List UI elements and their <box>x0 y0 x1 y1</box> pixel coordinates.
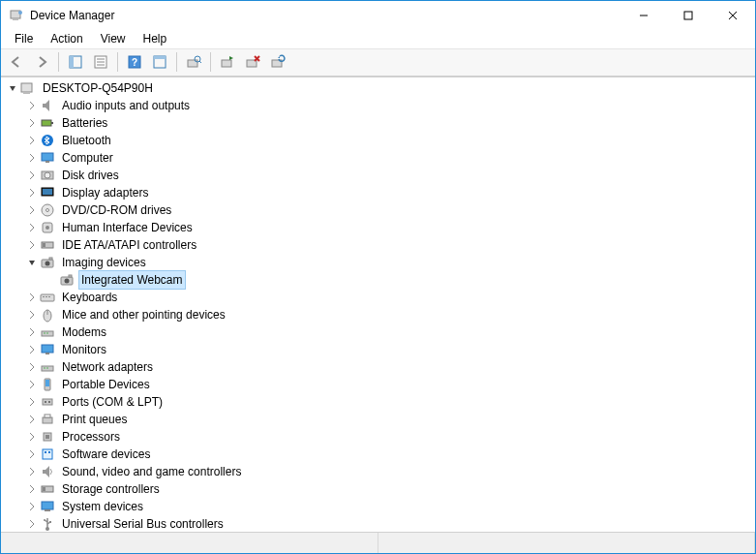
minimize-button[interactable] <box>621 1 666 30</box>
tree-device[interactable]: Integrated Webcam <box>1 271 755 289</box>
tree-category[interactable]: Computer <box>1 149 755 167</box>
tree-category[interactable]: Software devices <box>1 446 755 463</box>
expand-icon[interactable] <box>24 412 40 427</box>
titlebar[interactable]: Device Manager <box>1 1 755 30</box>
svg-rect-30 <box>42 153 53 161</box>
tree-category[interactable]: IDE ATA/ATAPI controllers <box>1 236 755 254</box>
expand-icon[interactable] <box>24 359 40 375</box>
svg-rect-51 <box>48 296 50 297</box>
update-driver-button[interactable] <box>182 50 205 74</box>
svg-point-29 <box>42 135 53 146</box>
expand-icon[interactable] <box>24 220 40 235</box>
app-icon <box>9 8 24 23</box>
expand-icon[interactable] <box>24 429 40 445</box>
expand-icon[interactable] <box>24 394 40 410</box>
tree-category[interactable]: Modems <box>1 323 755 341</box>
expand-icon[interactable] <box>24 446 40 462</box>
tree-category[interactable]: Bluetooth <box>1 132 755 149</box>
tree-root[interactable]: DESKTOP-Q54P90H <box>1 79 755 97</box>
imaging-icon <box>40 255 55 270</box>
tree-category[interactable]: Mice and other pointing devices <box>1 306 755 323</box>
tree-category[interactable]: Sound, video and game controllers <box>1 463 755 480</box>
menu-view[interactable]: View <box>93 30 134 47</box>
expand-icon[interactable] <box>24 290 40 305</box>
tree-category[interactable]: DVD/CD-ROM drives <box>1 201 755 219</box>
scan-hardware-button[interactable] <box>266 50 289 74</box>
expand-icon[interactable] <box>24 499 40 514</box>
expand-icon[interactable] <box>44 272 59 288</box>
expand-icon[interactable] <box>24 255 40 270</box>
tree-item-label: Human Interface Devices <box>59 219 196 236</box>
expand-icon[interactable] <box>24 133 40 148</box>
svg-rect-1 <box>13 18 18 20</box>
help-button[interactable]: ? <box>123 50 146 74</box>
properties-button[interactable] <box>89 50 112 74</box>
expand-icon[interactable] <box>24 150 40 166</box>
toolbar: ? <box>1 49 755 77</box>
tree-category[interactable]: Ports (COM & LPT) <box>1 393 755 411</box>
audio-icon <box>40 98 55 113</box>
expand-icon[interactable] <box>24 98 40 113</box>
menu-help[interactable]: Help <box>136 30 175 47</box>
back-button[interactable] <box>5 50 28 74</box>
menu-file[interactable]: File <box>7 30 41 47</box>
expand-icon[interactable] <box>24 115 40 131</box>
expand-icon[interactable] <box>24 464 40 479</box>
svg-rect-57 <box>42 345 53 353</box>
menubar: File Action View Help <box>1 30 755 49</box>
tree-item-label: Mice and other pointing devices <box>59 306 228 323</box>
expand-icon[interactable] <box>24 377 40 392</box>
expand-icon[interactable] <box>24 185 40 200</box>
expand-icon[interactable] <box>24 516 40 532</box>
software-icon <box>40 446 55 462</box>
action-2-button[interactable] <box>148 50 171 74</box>
enable-device-button[interactable] <box>216 50 239 74</box>
tree-category[interactable]: Storage controllers <box>1 480 755 498</box>
expand-icon[interactable] <box>24 324 40 340</box>
forward-button[interactable] <box>30 50 53 74</box>
expand-icon[interactable] <box>24 481 40 497</box>
tree-category[interactable]: Processors <box>1 428 755 446</box>
display-icon <box>40 185 55 200</box>
root-icon <box>20 80 36 96</box>
tree-category[interactable]: Portable Devices <box>1 376 755 393</box>
network-icon <box>40 359 55 375</box>
tree-item-label: DESKTOP-Q54P90H <box>40 79 156 97</box>
svg-rect-70 <box>45 435 49 439</box>
menu-action[interactable]: Action <box>43 30 90 47</box>
bluetooth-icon <box>40 133 55 148</box>
expand-icon[interactable] <box>24 342 40 357</box>
tree-category[interactable]: System devices <box>1 498 755 515</box>
svg-rect-71 <box>43 449 52 459</box>
tree-category[interactable]: Universal Serial Bus controllers <box>1 515 755 532</box>
tree-category[interactable]: Audio inputs and outputs <box>1 97 755 114</box>
tree-category[interactable]: Imaging devices <box>1 254 755 271</box>
tree-item-label: Processors <box>59 428 123 446</box>
expand-icon[interactable] <box>24 202 40 218</box>
tree-category[interactable]: Batteries <box>1 114 755 132</box>
tree-category[interactable]: Keyboards <box>1 289 755 306</box>
expand-icon[interactable] <box>24 307 40 323</box>
uninstall-device-button[interactable] <box>241 50 264 74</box>
close-button[interactable] <box>711 1 755 30</box>
expand-icon[interactable] <box>24 168 40 183</box>
expand-icon[interactable] <box>5 80 20 96</box>
tree-category[interactable]: Human Interface Devices <box>1 219 755 236</box>
tree-category[interactable]: Display adapters <box>1 184 755 201</box>
show-hide-tree-button[interactable] <box>64 50 87 74</box>
tree-category[interactable]: Monitors <box>1 341 755 358</box>
tree-category[interactable]: Print queues <box>1 411 755 428</box>
svg-rect-4 <box>684 12 692 19</box>
svg-rect-75 <box>43 487 45 491</box>
maximize-button[interactable] <box>666 1 711 30</box>
tree-category[interactable]: Disk drives <box>1 167 755 184</box>
expand-icon[interactable] <box>24 237 40 253</box>
device-tree[interactable]: DESKTOP-Q54P90HAudio inputs and outputsB… <box>1 77 755 532</box>
svg-point-33 <box>45 172 50 178</box>
tree-item-label: Print queues <box>59 411 130 428</box>
tree-item-label: Monitors <box>59 341 109 358</box>
svg-rect-77 <box>45 509 50 511</box>
svg-rect-44 <box>49 258 52 260</box>
tree-category[interactable]: Network adapters <box>1 358 755 376</box>
webcam-icon <box>59 272 75 288</box>
